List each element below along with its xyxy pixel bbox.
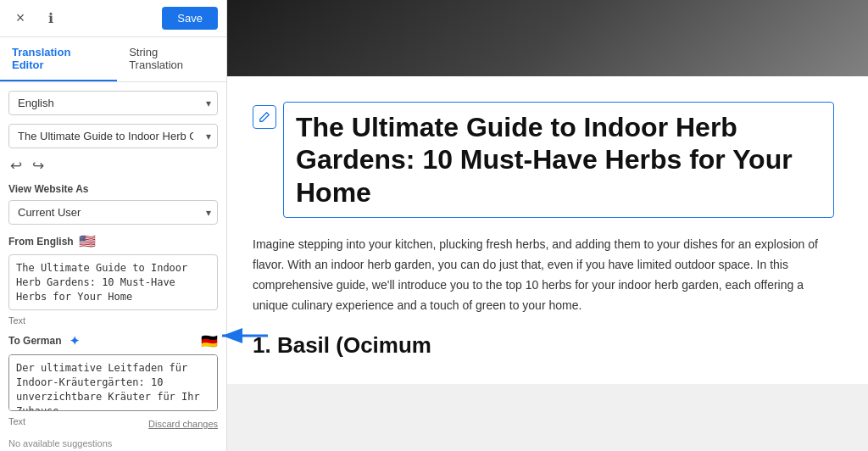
right-panel: The Ultimate Guide to Indoor Herb Garden… <box>227 0 868 451</box>
title-block: The Ultimate Guide to Indoor Herb Garden… <box>253 102 834 218</box>
hero-image <box>227 0 868 76</box>
undo-button[interactable]: ↩ <box>10 157 22 175</box>
info-button[interactable]: ℹ <box>39 7 63 31</box>
blue-arrow <box>219 326 270 348</box>
top-bar: × ℹ Save <box>0 0 226 37</box>
view-website-as-label: View Website As <box>8 183 218 195</box>
to-german-field-type: Text <box>8 416 25 426</box>
page-dropdown[interactable]: The Ultimate Guide to Indoor Herb Garden… <box>8 124 218 148</box>
suggestions-label: No available suggestions <box>8 438 218 448</box>
tab-string-translation[interactable]: String Translation <box>117 37 226 81</box>
from-english-label: From English 🇺🇸 <box>8 233 218 249</box>
from-english-textarea[interactable]: The Ultimate Guide to Indoor Herb Garden… <box>8 254 218 310</box>
left-panel: × ℹ Save Translation Editor String Trans… <box>0 0 227 451</box>
view-as-dropdown-wrap: Current User Guest Admin ▾ <box>8 200 218 225</box>
body-text: Imagine stepping into your kitchen, pluc… <box>253 235 834 315</box>
close-button[interactable]: × <box>8 7 32 31</box>
discard-changes-link[interactable]: Discard changes <box>148 419 218 429</box>
save-button[interactable]: Save <box>162 7 218 30</box>
view-as-dropdown[interactable]: Current User Guest Admin <box>8 200 218 225</box>
undo-redo-bar: ↩ ↪ <box>8 157 218 175</box>
panel-content: English German French ▾ The Ultimate Gui… <box>0 82 226 451</box>
to-german-row: To German ✦ 🇩🇪 <box>8 332 218 349</box>
page-dropdown-wrap: The Ultimate Guide to Indoor Herb Garden… <box>8 124 218 148</box>
ai-translate-icon[interactable]: ✦ <box>66 332 83 349</box>
content-area: The Ultimate Guide to Indoor Herb Garden… <box>227 76 868 384</box>
tab-translation-editor[interactable]: Translation Editor <box>0 37 117 81</box>
to-flag: 🇩🇪 <box>201 333 218 349</box>
language-dropdown[interactable]: English German French <box>8 91 218 115</box>
to-german-textarea[interactable]: Der ultimative Leitfaden für Indoor-Kräu… <box>8 354 218 410</box>
redo-button[interactable]: ↪ <box>32 157 44 175</box>
language-dropdown-wrap: English German French ▾ <box>8 91 218 115</box>
main-title: The Ultimate Guide to Indoor Herb Garden… <box>283 102 834 218</box>
from-flag: 🇺🇸 <box>79 233 96 249</box>
sub-heading: 1. Basil (Ocimum <box>253 332 834 359</box>
tabs-bar: Translation Editor String Translation <box>0 37 226 82</box>
to-german-label: To German ✦ <box>8 332 83 349</box>
edit-title-button[interactable] <box>253 105 276 129</box>
from-english-field-type: Text <box>8 315 218 326</box>
